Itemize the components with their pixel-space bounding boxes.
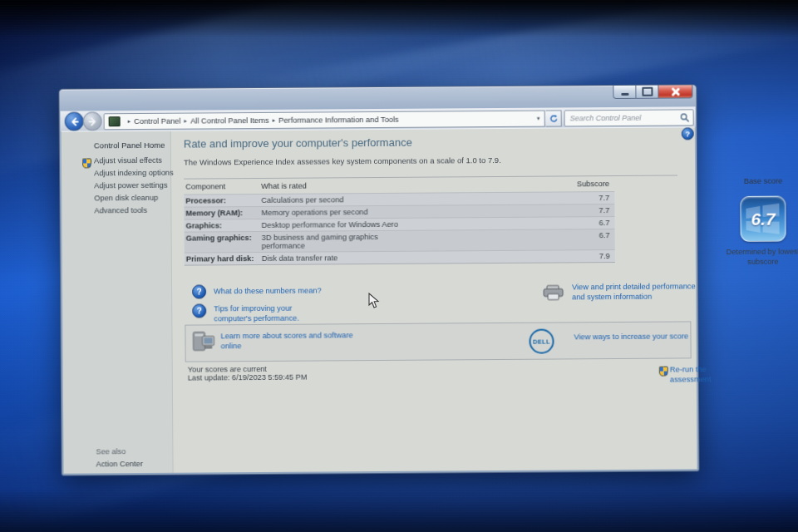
link-learn-more-online[interactable]: Learn more about scores and software onl… xyxy=(220,331,366,351)
sidebar-item-adjust-visual-effects[interactable]: Adjust visual effects xyxy=(94,156,162,165)
subscore-cell: 7.7 xyxy=(402,194,614,204)
rated-cell: Calculations per second xyxy=(261,195,402,204)
computer-icon xyxy=(192,331,214,355)
close-button[interactable] xyxy=(658,85,692,98)
rated-cell: Memory operations per second xyxy=(261,208,402,217)
sidebar-item-adjust-indexing-options[interactable]: Adjust indexing options xyxy=(94,169,174,178)
column-header-subscore: Subscore xyxy=(402,180,614,190)
breadcrumb-item-performance-tools[interactable]: Performance Information and Tools xyxy=(278,116,399,125)
column-header-what-is-rated: What is rated xyxy=(261,180,402,190)
component-cell: Gaming graphics: xyxy=(185,234,262,243)
search-input[interactable] xyxy=(565,113,680,122)
question-icon: ? xyxy=(192,284,206,298)
help-button[interactable]: ? xyxy=(682,127,694,140)
component-cell: Processor: xyxy=(184,196,261,205)
refresh-icon xyxy=(549,114,558,123)
breadcrumb[interactable]: ▸ Control Panel ▸ All Control Panel Item… xyxy=(104,111,534,131)
subscore-cell: 6.7 xyxy=(403,231,615,241)
component-cell: Graphics: xyxy=(185,221,262,230)
sidebar-item-adjust-power-settings[interactable]: Adjust power settings xyxy=(94,181,167,190)
sidebar-item-open-disk-cleanup[interactable]: Open disk cleanup xyxy=(94,194,158,203)
mouse-cursor xyxy=(368,293,380,309)
link-view-print-details[interactable]: View and print detailed performance and … xyxy=(572,282,703,302)
back-button[interactable] xyxy=(65,111,84,131)
uac-shield-icon xyxy=(82,158,91,168)
base-score-badge: 6.7 xyxy=(740,196,786,242)
breadcrumb-separator: ▸ xyxy=(184,118,187,125)
link-view-ways-increase-score[interactable]: View ways to increase your score xyxy=(574,332,688,342)
component-cell: Primary hard disk: xyxy=(185,254,262,264)
component-cell: Memory (RAM): xyxy=(184,209,261,218)
close-icon xyxy=(671,87,679,96)
see-also-header: See also xyxy=(96,447,126,456)
status-scores-current: Your scores are current xyxy=(188,365,267,374)
printer-icon xyxy=(543,284,564,300)
minimize-icon xyxy=(621,92,628,95)
dell-logo: DELL xyxy=(529,329,554,354)
sidebar-item-control-panel-home[interactable]: Control Panel Home xyxy=(94,140,165,150)
uac-shield-icon xyxy=(659,367,668,377)
control-panel-icon xyxy=(109,116,121,126)
base-score-caption: Determined by lowest subscore xyxy=(722,247,798,267)
subscore-cell: 7.9 xyxy=(403,252,615,262)
maximize-icon xyxy=(642,87,653,96)
main-content: Rate and improve your computer's perform… xyxy=(170,127,697,472)
page-title: Rate and improve your computer's perform… xyxy=(184,136,412,150)
column-header-base-score: Base score xyxy=(726,176,798,185)
caption-buttons xyxy=(613,85,692,99)
breadcrumb-item-all-items[interactable]: All Control Panel Items xyxy=(190,116,269,126)
column-header-component: Component xyxy=(184,181,261,190)
sidebar-item-action-center[interactable]: Action Center xyxy=(96,460,143,468)
table-row: Gaming graphics: 3D business and gaming … xyxy=(185,229,615,253)
rated-cell: Disk data transfer rate xyxy=(262,254,403,263)
link-tips-improving[interactable]: Tips for improving your computer's perfo… xyxy=(214,303,328,323)
chevron-down-icon: ▾ xyxy=(537,116,540,122)
maximize-button[interactable] xyxy=(636,86,658,99)
back-arrow-icon xyxy=(69,116,79,126)
breadcrumb-separator: ▸ xyxy=(128,118,131,125)
minimize-button[interactable] xyxy=(613,86,636,99)
wei-table: Component What is rated Subscore Process… xyxy=(184,175,615,266)
online-score-box: Learn more about scores and software onl… xyxy=(185,321,691,362)
refresh-button[interactable] xyxy=(546,110,562,126)
search-box[interactable] xyxy=(564,109,694,126)
sidebar-item-advanced-tools[interactable]: Advanced tools xyxy=(94,206,147,214)
base-score-value: 6.7 xyxy=(751,209,775,229)
search-icon xyxy=(680,112,690,122)
breadcrumb-separator: ▸ xyxy=(273,117,276,124)
page-subtitle: The Windows Experience Index assesses ke… xyxy=(184,155,501,167)
rated-cell: Desktop performance for Windows Aero xyxy=(262,220,403,229)
subscore-cell: 7.7 xyxy=(402,206,614,216)
forward-button[interactable] xyxy=(83,111,102,131)
sidebar: Control Panel Home Adjust visual effects… xyxy=(62,131,174,474)
explorer-window: ▸ Control Panel ▸ All Control Panel Item… xyxy=(58,84,699,475)
link-rerun-assessment[interactable]: Re-run the assessment xyxy=(670,365,712,385)
breadcrumb-item-control-panel[interactable]: Control Panel xyxy=(134,117,180,126)
subscore-cell: 6.7 xyxy=(402,219,614,229)
rated-cell: 3D business and gaming graphics performa… xyxy=(262,233,403,250)
monitor-photo: ▸ Control Panel ▸ All Control Panel Item… xyxy=(0,0,798,532)
link-what-do-numbers-mean[interactable]: What do these numbers mean? xyxy=(214,286,322,297)
address-dropdown-button[interactable]: ▾ xyxy=(533,111,545,127)
question-icon: ? xyxy=(192,303,206,318)
status-last-update: Last update: 6/19/2023 5:59:45 PM xyxy=(188,373,308,382)
help-icon: ? xyxy=(685,130,690,138)
forward-arrow-icon xyxy=(87,116,97,126)
